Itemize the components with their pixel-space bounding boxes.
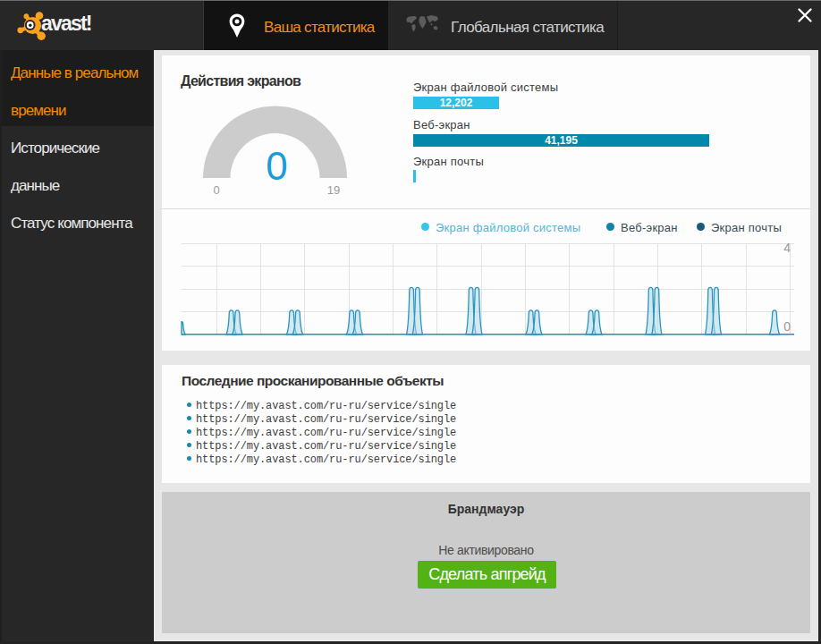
svg-text:avast!: avast! <box>41 12 91 35</box>
